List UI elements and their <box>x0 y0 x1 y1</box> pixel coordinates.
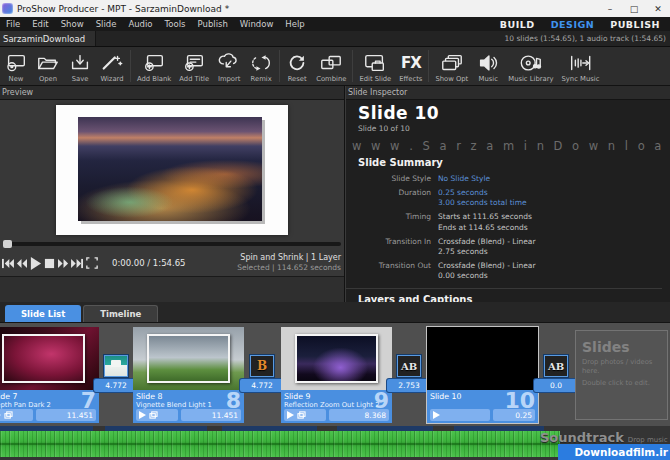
speaker-icon <box>476 52 500 74</box>
crossfade-ab-icon[interactable]: AB <box>544 355 568 377</box>
add-blank-icon <box>142 52 166 74</box>
letter-b-transition-icon[interactable]: B <box>250 355 274 377</box>
music-button[interactable]: Music <box>472 47 504 85</box>
transition-7-8[interactable]: 4.772 <box>94 355 138 392</box>
seek-track[interactable] <box>3 242 341 246</box>
stop-button[interactable] <box>43 256 56 270</box>
open-button[interactable]: Open <box>32 47 64 85</box>
proshow-producer-window: ProShow Producer - MPT - SarzaminDownloa… <box>0 0 670 460</box>
duration-link[interactable]: 0.25 seconds <box>438 188 527 198</box>
seek-handle[interactable] <box>3 240 12 248</box>
transition-after-10[interactable]: AB 0.0 <box>534 355 578 392</box>
menu-show[interactable]: Show <box>55 19 90 29</box>
crossfade-ab-icon[interactable]: AB <box>397 355 421 377</box>
transition-8-9[interactable]: B 4.772 <box>240 355 284 392</box>
menu-tools[interactable]: Tools <box>159 19 192 29</box>
summary-row-slide-style: Slide Style No Slide Style <box>358 174 662 184</box>
transition-8-9-duration[interactable]: 4.772 <box>240 379 284 392</box>
audio-waveform[interactable] <box>0 431 560 457</box>
add-blank-button[interactable]: Add Blank <box>133 47 175 85</box>
reset-button[interactable]: Reset <box>282 47 312 85</box>
slide-style-link[interactable]: No Slide Style <box>438 174 490 184</box>
tab-timeline[interactable]: Timeline <box>83 305 158 322</box>
minimize-button[interactable]: – <box>598 0 622 17</box>
edit-slide-button[interactable]: Edit Slide <box>355 47 395 85</box>
music-library-button[interactable]: Music Library <box>504 47 557 85</box>
remix-button[interactable]: Remix <box>245 47 277 85</box>
slide-10-duration[interactable]: 0.25 <box>493 409 535 421</box>
mode-design[interactable]: DESIGN <box>551 19 595 30</box>
selection-info-style: Spin and Shrink | 1 Layer <box>237 253 341 263</box>
layers-icon <box>297 411 306 419</box>
menu-help[interactable]: Help <box>279 19 310 29</box>
mode-build[interactable]: BUILD <box>500 19 535 30</box>
menu-window[interactable]: Window <box>234 19 280 29</box>
titlebar: ProShow Producer - MPT - SarzaminDownloa… <box>0 0 670 17</box>
add-title-button[interactable]: Add Title <box>175 47 213 85</box>
soundtrack-label: Soundtrack Drop music here. <box>540 430 670 445</box>
transition-7-8-duration[interactable]: 4.772 <box>94 379 138 392</box>
save-button[interactable]: Save <box>64 47 96 85</box>
slide-7-cell[interactable]: Slide 7 Depth Pan Dark 2 7 11.451 <box>0 327 99 423</box>
show-tab-sarzamindownload[interactable]: SarzaminDownload <box>0 31 96 46</box>
close-button[interactable]: ✕ <box>646 0 670 17</box>
inspector-divider <box>346 288 662 289</box>
slide-9-cell[interactable]: Slide 9 Reflection Zoom Out Light 2 9 8.… <box>281 327 392 423</box>
fast-forward-button[interactable] <box>57 256 70 270</box>
sync-music-button[interactable]: Sync Music <box>558 47 604 85</box>
tab-slide-list[interactable]: Slide List <box>5 305 81 322</box>
seek-bar[interactable] <box>0 240 344 250</box>
slide-10-preview-button[interactable] <box>430 409 490 421</box>
show-tabbar: SarzaminDownload 10 slides (1:54.65), 1 … <box>0 31 670 47</box>
duration-total-link[interactable]: 3.00 seconds total time <box>438 198 527 208</box>
slide-9-duration[interactable]: 8.368 <box>329 409 389 421</box>
slides-drop-placeholder[interactable]: Slides Drop photos / videos here. Double… <box>575 330 668 420</box>
preview-slide <box>56 105 288 235</box>
wizard-button[interactable]: Wizard <box>96 47 128 85</box>
import-button[interactable]: Import <box>213 47 245 85</box>
menu-slide[interactable]: Slide <box>90 19 123 29</box>
slide-9-preview-button[interactable] <box>284 409 326 421</box>
skip-start-button[interactable] <box>1 256 14 270</box>
play-button[interactable] <box>29 256 42 270</box>
preview-header: Preview <box>0 86 344 100</box>
preview-stage <box>0 100 344 240</box>
wipe-preview-icon[interactable] <box>104 355 128 377</box>
menu-audio[interactable]: Audio <box>122 19 158 29</box>
combine-button[interactable]: Combine <box>312 47 350 85</box>
new-button[interactable]: New <box>0 47 32 85</box>
preview-panel: Preview 0:00.00 / 1:54.65 Spin and Shrin… <box>0 86 345 302</box>
menu-edit[interactable]: Edit <box>26 19 54 29</box>
toolbar: New Open Save Wizard Add Blank Add Title… <box>0 47 670 86</box>
show-options-button[interactable]: Show Opt <box>431 47 472 85</box>
slide-7-duration[interactable]: 11.451 <box>36 409 96 421</box>
rewind-button[interactable] <box>15 256 28 270</box>
slide-8-preview-button[interactable] <box>136 409 178 421</box>
mode-publish[interactable]: PUBLISH <box>610 19 660 30</box>
show-options-icon <box>440 52 464 74</box>
inspector-slide-title: Slide 10 <box>358 103 662 123</box>
slide-10-cell[interactable]: Slide 10 10 0.25 <box>427 327 538 423</box>
menu-publish[interactable]: Publish <box>192 19 234 29</box>
slide-8-info-bar: Slide 8 Vignette Blend Light 1 8 11.451 <box>133 390 244 423</box>
slide-8-cell[interactable]: Slide 8 Vignette Blend Light 1 8 11.451 <box>133 327 244 423</box>
slide-7-preview-button[interactable] <box>0 409 33 421</box>
maximize-button[interactable]: □ <box>622 0 646 17</box>
transition-9-10[interactable]: AB 2.753 <box>387 355 431 392</box>
summary-row-duration: Duration 0.25 seconds 3.00 seconds total… <box>358 188 662 208</box>
play-icon <box>0 411 1 419</box>
open-icon <box>36 52 60 74</box>
summary-row-transition-in: Transition In Crossfade (Blend) - Linear… <box>358 237 662 257</box>
summary-row-timing: Timing Starts at 111.65 seconds Ends at … <box>358 212 662 232</box>
fullscreen-icon[interactable] <box>85 256 98 270</box>
slide-8-duration[interactable]: 11.451 <box>181 409 241 421</box>
fx-icon: FX <box>401 52 421 74</box>
transition-9-10-duration[interactable]: 2.753 <box>387 379 431 392</box>
play-icon <box>433 411 440 419</box>
soundtrack-track[interactable]: Soundtrack Drop music here. Downloadfilm… <box>0 426 670 460</box>
edit-slide-icon <box>363 52 387 74</box>
menu-file[interactable]: File <box>0 19 26 29</box>
transition-after-10-duration[interactable]: 0.0 <box>534 379 578 392</box>
effects-button[interactable]: FX Effects <box>395 47 426 85</box>
skip-end-button[interactable] <box>71 256 84 270</box>
